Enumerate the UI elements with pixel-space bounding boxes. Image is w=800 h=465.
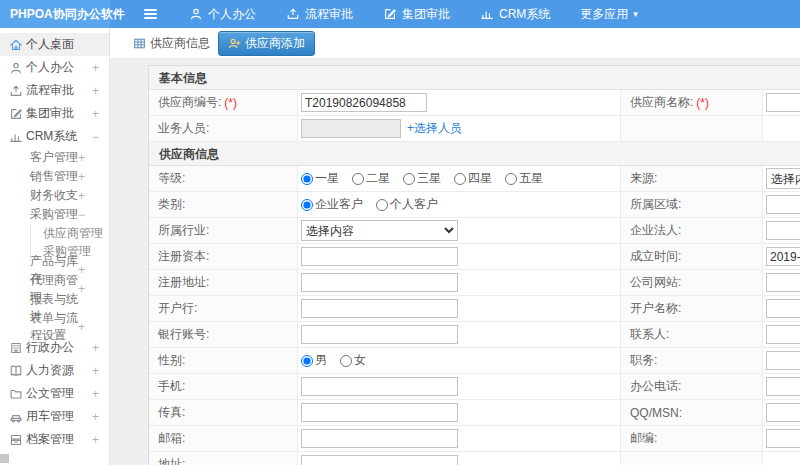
zip-code-input[interactable] xyxy=(766,429,800,448)
form-field-cell: 选择内容 xyxy=(298,218,621,243)
office-phone-input[interactable] xyxy=(766,377,800,396)
category-option-0[interactable]: 企业客户 xyxy=(301,196,363,213)
radio-icon[interactable] xyxy=(454,173,466,185)
form-field-cell xyxy=(763,400,800,425)
sidebar-subsubitem-4-3-0[interactable]: 供应商管理 xyxy=(30,224,109,242)
app-logo: PHPOA协同办公软件 xyxy=(0,0,110,28)
form-field-cell xyxy=(763,426,800,451)
sidebar-subitem-label: 采购管理 xyxy=(30,206,78,223)
radio-option-label: 三星 xyxy=(417,170,441,187)
top-nav-item-1[interactable]: 流程审批 xyxy=(286,6,353,23)
legal-person-input[interactable] xyxy=(766,221,800,240)
sidebar-subitem-4-1[interactable]: 销售管理+ xyxy=(0,167,109,186)
radio-icon[interactable] xyxy=(505,173,517,185)
source-select[interactable]: 选择内容 xyxy=(766,168,800,189)
fax-input[interactable] xyxy=(301,403,458,422)
radio-icon[interactable] xyxy=(301,355,313,367)
industry-select[interactable]: 选择内容 xyxy=(301,220,458,241)
section-header: 基本信息 xyxy=(149,66,800,90)
form-field-cell xyxy=(763,296,800,321)
sidebar-item-6[interactable]: 人力资源+ xyxy=(0,359,109,382)
form-label-text: 开户行: xyxy=(158,300,197,317)
sidebar-item-7[interactable]: 公文管理+ xyxy=(0,382,109,405)
radio-icon[interactable] xyxy=(301,173,313,185)
radio-icon[interactable] xyxy=(376,199,388,211)
sidebar-scrollbar-thumb[interactable] xyxy=(0,454,9,463)
grade-option-2[interactable]: 三星 xyxy=(403,170,441,187)
radio-icon[interactable] xyxy=(340,355,352,367)
form-label: 来源: xyxy=(621,166,763,191)
form-label-text: 成立时间: xyxy=(630,248,681,265)
bank-account-input[interactable] xyxy=(301,325,458,344)
form-label-text: 供应商编号: xyxy=(158,94,221,111)
form-field-cell: 男女 xyxy=(298,348,621,373)
grade-option-1[interactable]: 二星 xyxy=(352,170,390,187)
gender-option-1[interactable]: 女 xyxy=(340,352,366,369)
menu-toggle-icon[interactable] xyxy=(144,9,157,19)
form-label: 传真: xyxy=(149,400,298,425)
form-row: 等级:一星二星三星四星五星来源:选择内容 xyxy=(149,166,800,192)
top-nav-item-0[interactable]: 个人办公 xyxy=(189,6,256,23)
qq-msn-input[interactable] xyxy=(766,403,800,422)
radio-option-label: 四星 xyxy=(468,170,492,187)
email-input[interactable] xyxy=(301,429,458,448)
form-field-cell xyxy=(298,244,621,269)
website-input[interactable] xyxy=(766,273,800,292)
mobile-input[interactable] xyxy=(301,377,458,396)
registered-capital-input[interactable] xyxy=(301,247,458,266)
sidebar-item-9[interactable]: 档案管理+ xyxy=(0,428,109,451)
founded-date-input[interactable] xyxy=(766,247,800,266)
job-title-input[interactable] xyxy=(766,351,800,370)
account-name-input[interactable] xyxy=(766,299,800,318)
bank-input[interactable] xyxy=(301,299,458,318)
form-row: 银行账号:联系人: xyxy=(149,322,800,348)
radio-option-label: 一星 xyxy=(315,170,339,187)
sidebar-subitem-4-3[interactable]: 采购管理− xyxy=(0,205,109,224)
tab-supplier-info[interactable]: 供应商信息 xyxy=(133,35,210,52)
sidebar-item-1[interactable]: 个人办公+ xyxy=(0,56,109,79)
registered-address-input[interactable] xyxy=(301,273,458,292)
form-field-cell xyxy=(763,374,800,399)
radio-icon[interactable] xyxy=(403,173,415,185)
sidebar-subitem-4-0[interactable]: 客户管理+ xyxy=(0,148,109,167)
radio-icon[interactable] xyxy=(301,199,313,211)
top-nav: 个人办公流程审批集团审批CRM系统更多应用▾ xyxy=(189,6,638,23)
expand-marker: + xyxy=(78,189,85,203)
expand-marker: + xyxy=(92,433,99,447)
sidebar-item-4[interactable]: CRM系统− xyxy=(0,125,109,148)
top-nav-item-2[interactable]: 集团审批 xyxy=(383,6,450,23)
form-label: 供应商名称:(*) xyxy=(621,90,763,115)
supplier-code-input[interactable] xyxy=(301,93,427,112)
form-label-text: 传真: xyxy=(158,404,185,421)
contact-input[interactable] xyxy=(766,325,800,344)
address-input[interactable] xyxy=(301,455,458,465)
region-input[interactable] xyxy=(766,195,800,214)
business-staff-input[interactable] xyxy=(301,119,401,138)
expand-marker: + xyxy=(92,84,99,98)
sidebar-item-8[interactable]: 用车管理+ xyxy=(0,405,109,428)
select-staff-link[interactable]: +选择人员 xyxy=(407,120,462,137)
radio-icon[interactable] xyxy=(352,173,364,185)
sidebar-subitem-4-2[interactable]: 财务收支+ xyxy=(0,186,109,205)
sidebar-item-label: 公文管理 xyxy=(26,385,74,402)
radio-option-label: 二星 xyxy=(366,170,390,187)
sidebar-item-2[interactable]: 流程审批+ xyxy=(0,79,109,102)
sidebar-item-5[interactable]: 行政办公+ xyxy=(0,336,109,359)
sidebar-item-3[interactable]: 集团审批+ xyxy=(0,102,109,125)
gender-option-0[interactable]: 男 xyxy=(301,352,327,369)
form-row: 注册地址:公司网站: xyxy=(149,270,800,296)
grade-option-0[interactable]: 一星 xyxy=(301,170,339,187)
supplier-name-input[interactable] xyxy=(766,93,800,112)
top-nav-item-3[interactable]: CRM系统 xyxy=(480,6,550,23)
sidebar-item-0[interactable]: 个人桌面 xyxy=(0,33,109,56)
top-nav-item-4[interactable]: 更多应用▾ xyxy=(580,6,638,23)
grade-option-3[interactable]: 四星 xyxy=(454,170,492,187)
sidebar-subitem-4-7[interactable]: 表单与流程设置+ xyxy=(0,317,109,336)
grade-option-4[interactable]: 五星 xyxy=(505,170,543,187)
form-label-text: 地址: xyxy=(158,456,185,465)
form-row: 传真:QQ/MSN: xyxy=(149,400,800,426)
radio-option-label: 企业客户 xyxy=(315,196,363,213)
category-option-1[interactable]: 个人客户 xyxy=(376,196,438,213)
tab-supplier-add[interactable]: 供应商添加 xyxy=(218,31,315,56)
chart-icon xyxy=(9,130,26,144)
